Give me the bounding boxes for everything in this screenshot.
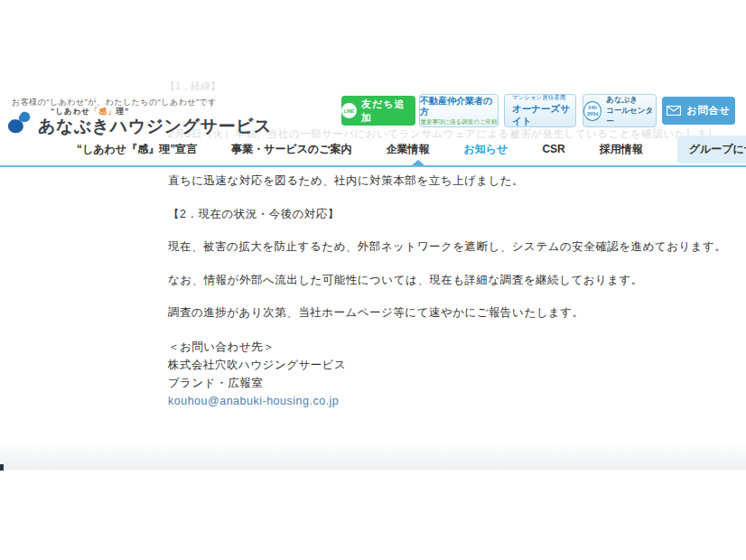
article-section-heading: 【2．現在の状況・今後の対応】 [168, 206, 728, 222]
real-estate-agent-button[interactable]: 不動産仲介業者の方 重要事項に係る調査のご依頼 [419, 94, 499, 127]
article-paragraph: 調査の進捗があり次第、当社ホームページ等にて速やかにご報告いたします。 [168, 304, 728, 321]
nav-item-news[interactable]: お知らせ [464, 142, 508, 157]
line-icon: LINE [341, 103, 357, 118]
contact-info-block: ＜お問い合わせ先＞ 株式会社穴吹ハウジングサービス ブランド・広報室 kouho… [168, 338, 728, 410]
viewport-bottom-fade [0, 443, 746, 470]
line-button-label: 友だち追加 [361, 98, 415, 125]
nav-item-company[interactable]: 企業情報 [387, 142, 430, 157]
nav-item-group[interactable]: グループについて [677, 135, 746, 163]
page: 【1．経緯】 2月3日（火）早朝、当社の一部サーバにおいてランサムウェアによる被… [0, 0, 746, 560]
contact-email-link[interactable]: kouhou@anabuki-housing.co.jp [168, 395, 339, 407]
contact-department: ブランド・広報室 [168, 374, 728, 392]
call-center-line1: あなぶき [606, 95, 656, 106]
article-paragraph: なお、情報が外部へ流出した可能性については、現在も詳細な調査を継続しております。 [168, 272, 728, 288]
site-logo[interactable]: “しあわせ「感」理” あなぶきハウジングサービス [7, 107, 272, 136]
nav-underline [0, 165, 746, 167]
agent-button-title: 不動産仲介業者の方 [420, 96, 498, 117]
viewport-edge-artifact [0, 464, 4, 471]
nav-item-csr[interactable]: CSR [542, 143, 564, 155]
line-add-friend-button[interactable]: LINE 友だち追加 [341, 96, 415, 126]
owners-button-small: マンション居住者用 [512, 94, 565, 102]
nav-item-recruit[interactable]: 採用情報 [600, 142, 643, 157]
contact-button[interactable]: お問合せ [662, 97, 735, 125]
main-nav: “しあわせ『感』理”宣言 事業・サービスのご案内 企業情報 お知らせ CSR 採… [77, 138, 746, 160]
owners-button-label: オーナーズサイト [512, 103, 575, 128]
24h-365d-icon: 24h 365d [583, 101, 601, 121]
nav-item-services[interactable]: 事業・サービスのご案内 [231, 142, 351, 157]
contact-button-label: お問合せ [686, 104, 731, 117]
article-paragraph: 直ちに迅速な対応を図るため、社内に対策本部を立ち上げました。 [168, 173, 728, 189]
anabuki-logo-icon [7, 109, 34, 136]
contact-company: 株式会社穴吹ハウジングサービス [168, 356, 728, 374]
contact-heading: ＜お問い合わせ先＞ [168, 338, 728, 356]
owners-site-button[interactable]: マンション居住者用 オーナーズサイト [504, 94, 576, 127]
call-center-line2: コールセンター [606, 106, 656, 127]
call-center-button[interactable]: 24h 365d あなぶき コールセンター [583, 94, 657, 127]
news-article-body: 直ちに迅速な対応を図るため、社内に対策本部を立ち上げました。 【2．現在の状況・… [168, 173, 728, 410]
nav-item-shiawase-kanri[interactable]: “しあわせ『感』理”宣言 [77, 142, 197, 157]
agent-button-subtitle: 重要事項に係る調査のご依頼 [420, 118, 497, 126]
envelope-icon [667, 106, 681, 116]
logo-text: あなぶきハウジングサービス [38, 117, 272, 136]
article-paragraph: 現在、被害の拡大を防止するため、外部ネットワークを遮断し、システムの安全確認を進… [168, 238, 728, 255]
